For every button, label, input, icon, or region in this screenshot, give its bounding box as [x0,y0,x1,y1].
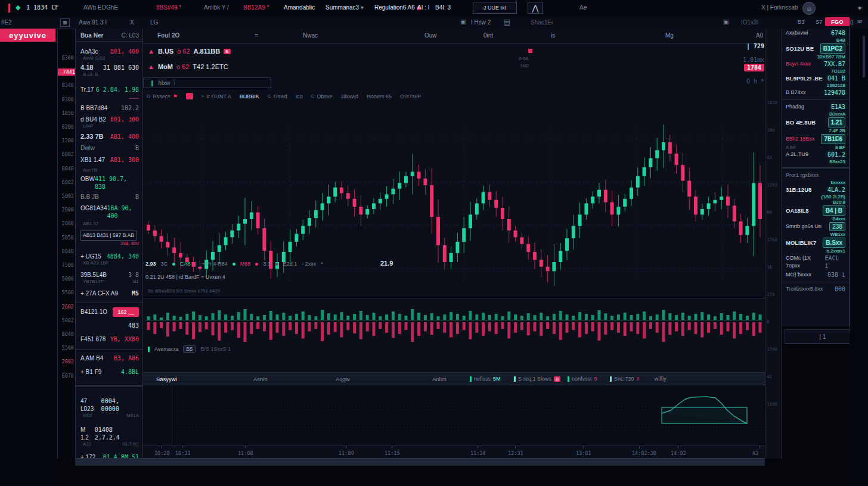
watchlist-row[interactable]: AoA3c801, 400 [76,48,142,55]
top-menu-item[interactable]: Anlibk Y / [204,4,229,11]
watchlist-row[interactable]: A AM B4B3, A86 [76,354,142,362]
center-item-1[interactable]: I Hsw 2 [471,19,491,26]
watchlist-row[interactable]: YB7B14TB1 [76,279,142,285]
bottom-tab[interactable]: Sasyywi [156,376,177,382]
toolbar-item[interactable]: BUBBIK [240,94,259,99]
watchlist-row[interactable]: OBW411 90.7, 838 [76,175,142,191]
right-panel-row[interactable]: 31B:12U84LA.2 [782,185,849,194]
right-panel-row[interactable]: 7.4F 2B [782,128,849,133]
right-panel-row[interactable] [782,167,849,168]
watchlist-row[interactable]: AB13 B431 | 597 B.AB [76,230,142,241]
toolbar-item[interactable]: CGswd [268,94,287,99]
scrollbar-thumb[interactable] [863,36,865,77]
right-panel-row[interactable]: PhadagE1A3 [782,102,849,111]
layout-icon[interactable]: ▣ [460,18,466,25]
right-panel-row[interactable]: Pror1 rgxbxxx [782,171,849,180]
bottom-status-item[interactable]: S-req:1 SlowsB [514,376,560,382]
watchlist-row[interactable]: B GL B [76,71,142,77]
chart-header-item[interactable]: Mg [665,32,674,39]
more-item[interactable]: Ae [579,4,587,11]
chart-header-item[interactable]: A0 [756,32,763,39]
bottom-tab[interactable]: Aqgw [336,376,350,382]
watchlist-row[interactable] [76,302,142,303]
right-panel-tab[interactable]: S7 [816,18,823,25]
right-panel-row[interactable]: BuyA 4xxx7XX.B7 [782,60,849,68]
pane-divider[interactable] [143,298,765,298]
time-axis[interactable]: 10:2810:3111:0011:0911:1511:3412:3113:01… [143,446,765,459]
bottom-tab[interactable]: Asnin [253,376,268,382]
watchlist-row[interactable]: AWB S/B8 [76,55,142,61]
watchlist-row[interactable]: B BB7d84182.2 [76,104,142,112]
equity-curve-chart[interactable] [172,385,765,446]
watchlist-row[interactable] [76,385,142,387]
toolbar-item[interactable]: CObsve [311,94,333,99]
right-panel-row[interactable] [782,99,849,100]
logo[interactable]: eyyuvive [0,29,55,42]
watchlist-row[interactable]: + UG154884, 340 [76,253,142,260]
watchlist-action-button[interactable]: 162 __ [113,307,139,317]
watchlist-row[interactable]: XB1 1.47A81, 300 [76,156,142,164]
chart-header-item[interactable]: Foul 2O [157,32,179,39]
horizontal-scrollbar[interactable] [75,458,765,466]
watchlist-row[interactable]: B.B JBB [76,193,142,201]
top-menu-item[interactable]: Amandablic [284,4,315,11]
right-panel-row[interactable]: A.2L.TU9601.2 [782,150,849,159]
watchlist-row[interactable]: ____ [76,94,142,99]
right-panel-row[interactable] [782,282,849,282]
right-panel-row[interactable]: 1392128 [782,83,849,88]
right-panel-row[interactable]: B4xxx [782,216,849,222]
watchlist-row[interactable]: OG81A3418A 90, 400 [76,204,142,220]
watchlist-row[interactable]: Aon7B [76,167,142,173]
watchlist-close[interactable]: X [130,19,134,26]
right-panel-row[interactable]: Smrtb go6s Un238 [782,222,849,232]
chat-icon[interactable]: ✉ [857,18,862,25]
toolbar-item[interactable] [186,93,193,99]
watchlist-row[interactable]: L047 [76,123,142,129]
candlestick-chart[interactable] [144,67,764,286]
watchlist-row[interactable]: DwlwB [76,144,142,152]
window-icon[interactable]: ⋀ [528,2,543,14]
right-panel-tab[interactable]: FGO [825,17,850,26]
watchlist-row[interactable]: + B1 F94.8BL [76,368,142,376]
right-panel-row[interactable]: A BF8 BF [782,145,849,150]
avatar[interactable]: ☺ [802,2,816,15]
right-panel-row[interactable]: B B74xx129478 [782,88,849,97]
watchlist-row[interactable]: 4.1831 881 630 [76,64,142,71]
watchlist-row[interactable]: M 1.201408 2.7.2.4A3201.T.9C [76,426,142,447]
toolbar-item[interactable]: >Ir GUNT A [202,94,231,99]
toolbar-item[interactable]: Isoners 65 [367,94,392,99]
right-panel-row[interactable]: WB1xx [782,232,849,237]
toolbar-item[interactable]: ORssecs⚑ [147,94,178,99]
right-panel-row[interactable]: B4B [782,38,849,43]
chart-header-item[interactable]: Ouw [424,32,437,39]
top-menu-item[interactable]: B4I: 3 [435,4,451,11]
top-menu-item[interactable]: BB12A9 * [243,4,269,11]
right-panel-row[interactable]: bxxxxx [782,180,849,185]
top-menu-item[interactable]: AI : I [417,4,430,11]
watchlist-row[interactable]: d BU4 B2801, 300 [76,116,142,123]
right-panel-row[interactable]: MO) bxxxx038 i [782,270,849,279]
right-panel-row[interactable]: MOLIBLIK7B.Sxx [782,237,849,248]
toolbar-item[interactable]: Ico [296,94,303,99]
chart-header-item[interactable]: 0int [483,32,493,39]
top-menu-item[interactable]: 8BS#49 * [156,4,181,11]
top-menu-item[interactable]: Summanac3 ▾ [326,4,364,11]
watchlist-row[interactable] [76,349,142,350]
grid-icon[interactable]: ▦ [60,18,70,27]
bottom-tab[interactable]: Anlim [432,376,447,382]
right-panel-row[interactable]: COMc (1X 7opxxEACL i [782,254,849,270]
bottom-status-item[interactable]: wiffiy [655,376,666,382]
watchlist-row[interactable]: 398, 800 [76,241,142,247]
watchlist-row[interactable]: B4121 1O162 __ [76,307,142,317]
bottom-status-item[interactable]: nonfvsst0 [568,376,597,382]
toolbar-item[interactable]: 3ilxxwd [340,94,358,99]
top-menu-item[interactable]: Regulation6 A6 ◆ [374,4,421,11]
watchlist-row[interactable]: AB1.37 [76,221,142,227]
bottom-status-item[interactable]: Sne 720# [610,376,640,382]
watchlist-row[interactable]: + 27A CFX A9M5 [76,289,142,297]
right-panel-row[interactable]: BL9P0L2I .BEO41 B [782,74,849,83]
right-panel-row[interactable]: B20.8 [782,200,849,205]
right-panel-tab[interactable]: (| [850,18,854,25]
price-axis[interactable]: 18201B0431203B917601B17081700421690 [765,29,782,459]
panel-icon[interactable]: ▣ [723,18,728,25]
